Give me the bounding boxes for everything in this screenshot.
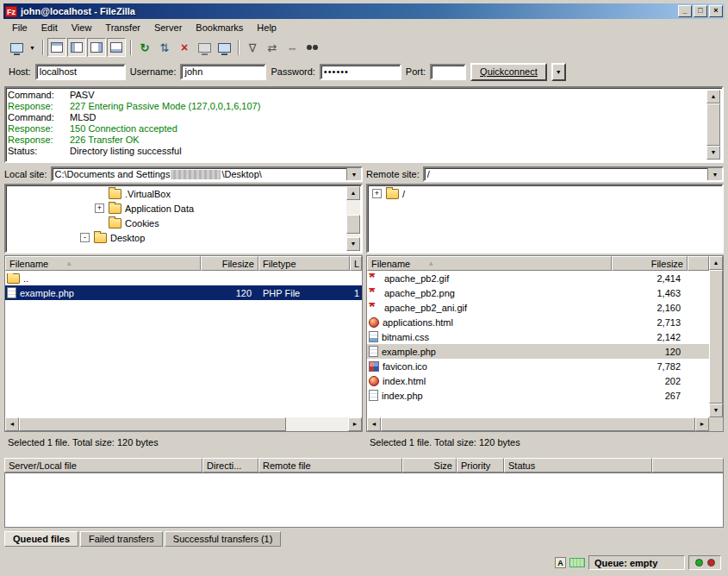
file-row[interactable]: favicon.ico 7,782 <box>367 359 709 373</box>
column-header-filler[interactable] <box>688 256 709 271</box>
menu-item[interactable]: File <box>5 20 34 35</box>
quickconnect-dropdown[interactable]: ▼ <box>551 63 566 81</box>
menu-item[interactable]: Edit <box>34 20 65 35</box>
tree-expander[interactable]: + <box>372 189 382 198</box>
toggle-log-button[interactable] <box>47 38 66 57</box>
column-header-modified[interactable]: L <box>350 256 362 271</box>
queue-column-status[interactable]: Status <box>504 458 652 473</box>
scrollbar-thumb[interactable] <box>706 103 720 146</box>
column-header-filesize[interactable]: Filesize <box>201 256 258 271</box>
cancel-button[interactable]: × <box>175 38 194 57</box>
file-row[interactable]: apache_pb2.png 1,463 <box>367 285 709 300</box>
refresh-button[interactable]: ↻ <box>135 38 154 57</box>
scroll-right-button[interactable]: ► <box>348 417 362 431</box>
remote-vertical-scrollbar[interactable]: ▲ ▼ <box>709 256 723 417</box>
local-path-dropdown[interactable]: ▼ <box>346 168 361 180</box>
menu-item[interactable]: Transfer <box>98 20 147 35</box>
disconnect-button[interactable] <box>195 38 214 57</box>
column-header-filetype[interactable]: Filetype <box>258 256 350 271</box>
process-queue-button[interactable]: ⇅ <box>155 38 174 57</box>
scroll-down-button[interactable]: ▼ <box>709 404 723 417</box>
site-manager-icon <box>10 43 23 53</box>
scroll-down-button[interactable]: ▼ <box>346 237 360 251</box>
sync-browsing-button[interactable]: ⇔ <box>283 38 302 57</box>
queue-column-priority[interactable]: Priority <box>457 458 504 473</box>
file-row[interactable]: applications.html 2,713 <box>367 315 709 329</box>
scrollbar-thumb[interactable] <box>381 417 695 431</box>
reconnect-button[interactable] <box>215 38 233 57</box>
menu-item[interactable]: Bookmarks <box>189 20 250 35</box>
queue-column-size[interactable]: Size <box>402 458 457 473</box>
tree-row[interactable]: .VirtualBox <box>7 186 346 201</box>
menu-item[interactable]: Help <box>250 20 283 35</box>
activity-indicator-cell <box>688 555 721 570</box>
scroll-left-button[interactable]: ◄ <box>5 417 19 431</box>
column-header-filename[interactable]: Filename▲ <box>5 256 201 271</box>
scrollbar-thumb[interactable] <box>19 417 286 431</box>
local-horizontal-scrollbar[interactable]: ◄ ► <box>5 417 362 431</box>
filter-button[interactable]: ∇ <box>243 38 262 57</box>
remote-file-list: Filename▲ Filesize apache_pb2.gif 2,414 … <box>366 255 724 432</box>
file-row[interactable]: apache_pb2_ani.gif 2,160 <box>367 300 709 315</box>
scroll-left-button[interactable]: ◄ <box>367 417 381 431</box>
minimize-button[interactable]: _ <box>678 5 692 17</box>
file-row[interactable]: bitnami.css 2,142 <box>367 329 709 344</box>
file-row[interactable]: apache_pb2.gif 2,414 <box>367 271 709 285</box>
scrollbar-thumb[interactable] <box>346 215 360 234</box>
queue-column-direction[interactable]: Directi... <box>202 458 258 473</box>
scroll-up-button[interactable]: ▲ <box>709 256 723 270</box>
compare-button[interactable]: ⇄ <box>263 38 282 57</box>
remote-path-combobox[interactable]: / ▼ <box>423 166 724 182</box>
tree-row[interactable]: - Desktop <box>7 230 346 245</box>
local-file-list: Filename▲ Filesize Filetype L .. example… <box>4 255 363 432</box>
refresh-icon: ↻ <box>140 42 150 53</box>
queue-column-server-local-file[interactable]: Server/Local file <box>4 458 202 473</box>
message-log: Command:PASV Response:227 Entering Passi… <box>4 86 724 163</box>
remote-horizontal-scrollbar[interactable]: ◄ ► <box>367 417 709 431</box>
column-header-filesize[interactable]: Filesize <box>612 256 688 271</box>
tree-expander[interactable]: + <box>95 203 104 213</box>
toggle-local-tree-button[interactable] <box>67 38 86 57</box>
find-files-button[interactable] <box>302 38 321 57</box>
close-button[interactable]: × <box>709 5 723 17</box>
site-manager-button[interactable] <box>7 38 26 57</box>
tree-expander[interactable]: - <box>80 233 90 242</box>
scroll-right-button[interactable]: ► <box>695 417 709 431</box>
tab-failed-transfers[interactable]: Failed transfers <box>80 531 163 547</box>
file-row[interactable]: index.html 202 <box>367 373 709 388</box>
tree-row[interactable]: + Application Data <box>7 201 346 216</box>
tree-row[interactable]: Cookies <box>7 216 346 230</box>
file-row[interactable]: example.php 120 <box>367 344 709 359</box>
username-input[interactable] <box>180 64 266 80</box>
scrollbar-thumb[interactable] <box>709 270 723 404</box>
file-row[interactable]: example.php 120 PHP File 1 <box>5 285 362 300</box>
log-scrollbar[interactable]: ▲ ▼ <box>706 90 720 160</box>
toggle-queue-button[interactable] <box>107 38 126 57</box>
tab-successful-transfers[interactable]: Successful transfers (1) <box>165 531 282 547</box>
file-icon <box>369 390 378 401</box>
menu-item[interactable]: Server <box>147 20 189 35</box>
password-input[interactable] <box>320 64 401 80</box>
file-row[interactable]: index.php 267 <box>367 388 709 403</box>
site-manager-dropdown[interactable]: ▼ <box>27 38 38 57</box>
menu-item[interactable]: View <box>65 20 99 35</box>
toggle-remote-tree-button[interactable] <box>87 38 106 57</box>
remote-path-dropdown[interactable]: ▼ <box>707 168 722 180</box>
quickconnect-button[interactable]: Quickconnect <box>470 63 547 81</box>
maximize-button[interactable]: □ <box>694 5 707 17</box>
tab-queued-files[interactable]: Queued files <box>4 531 78 547</box>
toolbar-separator <box>42 40 44 55</box>
scroll-up-button[interactable]: ▲ <box>346 186 360 200</box>
local-path-combobox[interactable]: C:\Documents and Settings\Desktop\ ▼ <box>51 166 363 182</box>
scroll-down-button[interactable]: ▼ <box>706 146 720 160</box>
port-input[interactable] <box>430 64 466 80</box>
tree-row[interactable]: + / <box>369 186 721 201</box>
queue-column-remote-file[interactable]: Remote file <box>258 458 402 473</box>
queue-list[interactable] <box>4 473 724 528</box>
file-row[interactable]: .. <box>5 271 362 285</box>
column-header-filename[interactable]: Filename▲ <box>367 256 612 271</box>
host-input[interactable] <box>35 64 126 80</box>
scroll-up-button[interactable]: ▲ <box>706 90 720 103</box>
local-tree-scrollbar[interactable]: ▲ ▼ <box>346 186 360 251</box>
sort-asc-icon: ▲ <box>427 260 434 267</box>
